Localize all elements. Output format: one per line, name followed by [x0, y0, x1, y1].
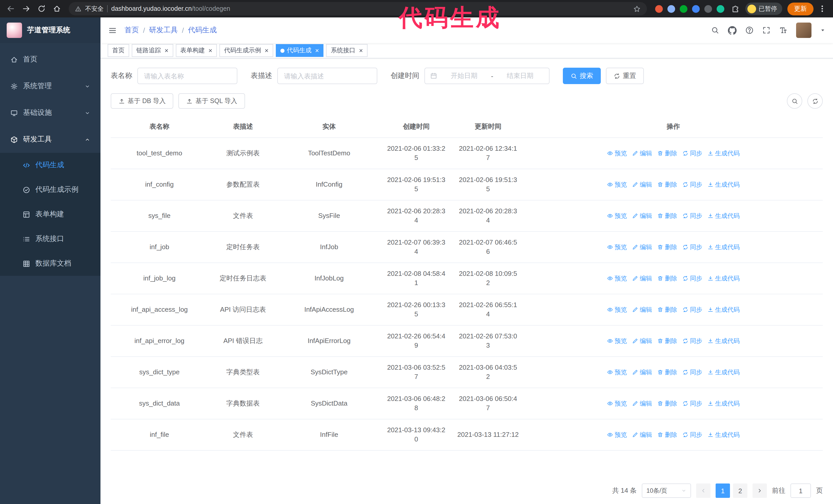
row-action-preview[interactable]: 预览: [607, 149, 627, 158]
tab-tracer[interactable]: 链路追踪×: [132, 44, 173, 57]
row-action-sync[interactable]: 同步: [682, 399, 702, 408]
row-action-edit[interactable]: 编辑: [632, 242, 652, 252]
font-size-icon[interactable]: [779, 26, 787, 34]
tab-close-icon[interactable]: ×: [164, 47, 168, 54]
sidebar-item-form-builder[interactable]: 表单构建: [0, 202, 100, 226]
row-action-edit[interactable]: 编辑: [632, 368, 652, 377]
sidebar-item-codegen-example[interactable]: 代码生成示例: [0, 177, 100, 202]
row-action-preview[interactable]: 预览: [607, 180, 627, 189]
row-action-sync[interactable]: 同步: [682, 149, 702, 158]
row-action-generate[interactable]: 生成代码: [708, 305, 740, 314]
sidebar-item-infrastructure[interactable]: 基础设施: [0, 99, 100, 126]
sidebar-item-codegen[interactable]: 代码生成: [0, 153, 100, 177]
sidebar-toggle-icon[interactable]: [108, 26, 117, 34]
github-icon[interactable]: [728, 26, 737, 34]
tab-home[interactable]: 首页: [108, 44, 129, 57]
goto-page-input[interactable]: [790, 483, 811, 498]
sidebar-item-db-doc[interactable]: 数据库文档: [0, 251, 100, 276]
browser-extension-icon-1[interactable]: [655, 5, 663, 13]
row-action-delete[interactable]: 删除: [657, 430, 677, 439]
row-action-generate[interactable]: 生成代码: [708, 274, 740, 283]
row-action-edit[interactable]: 编辑: [632, 274, 652, 283]
row-action-generate[interactable]: 生成代码: [708, 399, 740, 408]
bookmark-star-icon[interactable]: [633, 5, 641, 13]
row-action-edit[interactable]: 编辑: [632, 211, 652, 220]
date-range-picker[interactable]: 开始日期 - 结束日期: [425, 68, 549, 84]
row-action-sync[interactable]: 同步: [682, 430, 702, 439]
sidebar-item-system-api[interactable]: 系统接口: [0, 226, 100, 251]
browser-home-icon[interactable]: [50, 2, 64, 16]
toggle-search-button[interactable]: [787, 93, 802, 109]
row-action-generate[interactable]: 生成代码: [708, 430, 740, 439]
fullscreen-icon[interactable]: [762, 26, 770, 34]
import-db-button[interactable]: 基于 DB 导入: [111, 93, 173, 109]
breadcrumb-item-home[interactable]: 首页: [124, 26, 139, 35]
tab-close-icon[interactable]: ×: [314, 47, 319, 54]
prev-page-button[interactable]: [696, 483, 711, 498]
browser-update-button[interactable]: 更新: [787, 2, 813, 15]
tab-form-builder[interactable]: 表单构建×: [175, 44, 217, 57]
extensions-puzzle-icon[interactable]: [732, 5, 739, 13]
browser-menu-icon[interactable]: [815, 2, 829, 16]
row-action-generate[interactable]: 生成代码: [708, 336, 740, 345]
tab-codegen[interactable]: 代码生成×: [276, 44, 324, 57]
row-action-preview[interactable]: 预览: [607, 336, 627, 345]
browser-extension-icon-2[interactable]: [667, 5, 675, 13]
row-action-sync[interactable]: 同步: [682, 242, 702, 252]
row-action-edit[interactable]: 编辑: [632, 180, 652, 189]
row-action-delete[interactable]: 删除: [657, 274, 677, 283]
header-search-icon[interactable]: [711, 26, 719, 34]
browser-extension-icon-5[interactable]: [704, 5, 712, 13]
row-action-delete[interactable]: 删除: [657, 399, 677, 408]
tab-close-icon[interactable]: ×: [207, 47, 212, 54]
browser-extension-icon-6[interactable]: [717, 5, 724, 13]
sidebar-item-home[interactable]: 首页: [0, 46, 100, 73]
row-action-sync[interactable]: 同步: [682, 274, 702, 283]
row-action-edit[interactable]: 编辑: [632, 336, 652, 345]
row-action-preview[interactable]: 预览: [607, 368, 627, 377]
row-action-sync[interactable]: 同步: [682, 368, 702, 377]
row-action-edit[interactable]: 编辑: [632, 399, 652, 408]
row-action-delete[interactable]: 删除: [657, 305, 677, 314]
row-action-sync[interactable]: 同步: [682, 180, 702, 189]
page-button-1[interactable]: 1: [716, 483, 730, 498]
row-action-preview[interactable]: 预览: [607, 399, 627, 408]
avatar-caret-icon[interactable]: [820, 28, 825, 33]
next-page-button[interactable]: [753, 483, 767, 498]
row-action-sync[interactable]: 同步: [682, 211, 702, 220]
row-action-edit[interactable]: 编辑: [632, 305, 652, 314]
row-action-delete[interactable]: 删除: [657, 180, 677, 189]
table-name-input[interactable]: [137, 68, 237, 84]
row-action-delete[interactable]: 删除: [657, 149, 677, 158]
row-action-sync[interactable]: 同步: [682, 336, 702, 345]
row-action-preview[interactable]: 预览: [607, 430, 627, 439]
address-bar[interactable]: 不安全 dashboard.yudao.iocoder.cn/tool/code…: [69, 2, 647, 16]
breadcrumb-item-dev-tools[interactable]: 研发工具: [149, 26, 178, 35]
browser-forward-icon[interactable]: [20, 2, 33, 16]
app-logo[interactable]: 芋道管理系统: [0, 18, 100, 43]
user-avatar[interactable]: [796, 23, 811, 38]
row-action-sync[interactable]: 同步: [682, 305, 702, 314]
row-action-preview[interactable]: 预览: [607, 305, 627, 314]
browser-extension-icon-3[interactable]: [680, 5, 687, 13]
row-action-preview[interactable]: 预览: [607, 242, 627, 252]
row-action-edit[interactable]: 编辑: [632, 430, 652, 439]
help-icon[interactable]: [745, 26, 754, 34]
reset-button[interactable]: 重置: [606, 68, 644, 84]
refresh-table-button[interactable]: [807, 93, 823, 109]
sidebar-item-dev-tools[interactable]: 研发工具: [0, 126, 100, 153]
search-button[interactable]: 搜索: [563, 68, 601, 84]
row-action-delete[interactable]: 删除: [657, 242, 677, 252]
row-action-preview[interactable]: 预览: [607, 274, 627, 283]
tab-close-icon[interactable]: ×: [263, 47, 268, 54]
browser-back-icon[interactable]: [4, 2, 18, 16]
row-action-delete[interactable]: 删除: [657, 336, 677, 345]
browser-profile-chip[interactable]: 已暂停: [745, 3, 782, 15]
row-action-preview[interactable]: 预览: [607, 211, 627, 220]
row-action-delete[interactable]: 删除: [657, 211, 677, 220]
import-sql-button[interactable]: 基于 SQL 导入: [178, 93, 245, 109]
table-desc-input[interactable]: [277, 68, 377, 84]
page-button-2[interactable]: 2: [733, 483, 747, 498]
tab-system-api[interactable]: 系统接口×: [326, 44, 367, 57]
tab-close-icon[interactable]: ×: [358, 47, 363, 54]
